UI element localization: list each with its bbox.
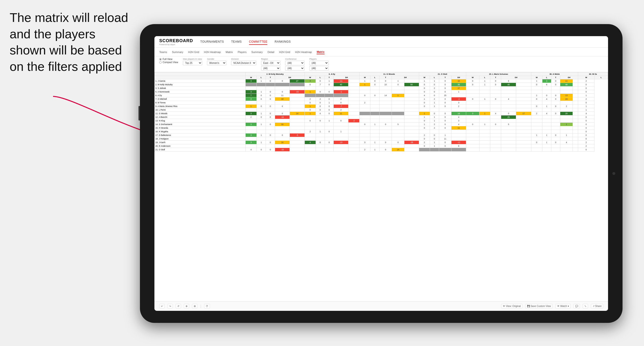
max-players-select[interactable]: Top 25 [183,61,202,65]
matrix-cell [392,137,404,141]
matrix-cell [359,86,370,90]
matrix-cell: 0 [578,126,594,130]
nav-committee[interactable]: COMMITTEE [249,39,268,45]
matrix-cell [266,144,275,148]
matrix-cell: 1 [480,83,490,86]
header-col-5: 23. L Marie Schumac [466,73,531,76]
table-row: 8. M Torres0010201030 [155,101,608,105]
matrix-cell [334,148,348,152]
matrix-cell [466,144,479,148]
redo-button[interactable]: ↪ [168,304,173,308]
matrix-cell [246,130,256,134]
region-select-2[interactable]: (All) [261,66,280,71]
sub-nav-h2h-grid-1[interactable]: H2H Grid [188,50,199,54]
conference-select[interactable]: (All) [285,61,304,65]
matrix-cell: 3 [246,123,256,126]
region-select[interactable]: East - DII (All) [261,61,280,65]
sub-nav-h2h-heatmap-2[interactable]: H2H Heatmap [295,50,312,54]
compact-view-option[interactable]: Compact View [159,61,178,64]
matrix-cell: 0 [578,137,594,141]
view-original-button[interactable]: 👁 View: Original [501,304,522,308]
matrix-cell [516,105,531,108]
sub-nav-summary-2[interactable]: Summary [252,50,263,54]
sub-nav-h2h-grid-2[interactable]: H2H Grid [279,50,290,54]
matrix-cell: 1 [542,134,551,137]
matrix-cell: 0 [266,115,275,119]
table-row: 5. A Nomrowski3100-15100-100010 [155,90,608,94]
matrix-cell: 2 [452,105,466,108]
matrix-cell: 0 [551,141,560,144]
matrix-cell [348,83,359,86]
zoom-button[interactable]: ⊕ [184,304,189,308]
matrix-cell [325,115,334,119]
gender-select[interactable]: Women's [207,61,226,65]
matrix-cell [531,148,542,152]
undo-button[interactable]: ↩ [159,304,164,308]
nav-items: TOURNAMENTS TEAMS COMMITTEE RANKINGS [200,39,291,45]
matrix-cell [466,101,479,105]
logo-area: SCOREBOARD Powered by clippd [159,38,193,45]
sub-nav-h2h-heatmap-1[interactable]: H2H Heatmap [204,50,221,54]
matrix-cell [572,148,578,152]
matrix-cell [480,86,490,90]
reset-button[interactable]: ↺ [176,304,181,308]
matrix-cell: 0 [379,123,392,126]
save-custom-button[interactable]: 💾 Save Custom View [525,304,552,308]
matrix-cell: 16 [275,141,290,144]
matrix-cell [370,119,379,123]
player-name-cell: 16. K Mcgaha [155,130,246,134]
watch-button[interactable]: 👁 Watch ▾ [556,304,571,308]
players-select[interactable]: (All) [309,61,329,65]
full-view-option[interactable]: Full View [159,58,178,60]
matrix-cell [542,101,551,105]
conference-select-2[interactable]: (All) [285,66,304,71]
sub-nav-players[interactable]: Players [238,50,246,54]
matrix-cell: 8 [452,144,466,148]
sub-nav-matrix-2[interactable]: Matrix [316,50,324,54]
layout-button[interactable]: ⊞ [192,304,197,308]
sub-nav-matrix-1[interactable]: Matrix [226,50,233,54]
matrix-cell [379,119,392,123]
players-select-2[interactable]: (All) [309,66,329,71]
comment-button[interactable]: 💬 [574,304,580,308]
matrix-cell [379,144,392,148]
matrix-cell: 1 [325,101,334,105]
compact-view-radio[interactable] [159,61,162,64]
matrix-cell: 0 [439,123,452,126]
sub-nav-summary-1[interactable]: Summary [172,50,183,54]
timer-button[interactable]: ⏱ [204,304,210,308]
matrix-cell: 1 [531,94,542,97]
matrix-cell [334,134,348,137]
matrix-cell [325,94,334,97]
matrix-cell: 0 [266,134,275,137]
player-name-cell: 20. E Andersson [155,144,246,148]
sub-nav-teams[interactable]: Teams [159,50,167,54]
matrix-cell [560,137,573,141]
matrix-cell [466,134,479,137]
matrix-content[interactable]: 2. M Kelly Mulcahy 6. A Dy 11. G Woods 2… [154,72,608,301]
nav-tournaments[interactable]: TOURNAMENTS [200,39,224,45]
matrix-cell: -2 [348,119,359,123]
nav-rankings[interactable]: RANKINGS [274,39,291,45]
matrix-cell [501,108,516,112]
matrix-cell: 1 [419,97,430,101]
wlt-l-5: L [480,76,490,79]
nav-teams[interactable]: TEAMS [231,39,242,45]
share-button[interactable]: ↗ Share [591,304,603,308]
matrix-cell [516,130,531,134]
matrix-cell [325,123,334,126]
matrix-cell [542,148,551,152]
matrix-cell: 14 [452,112,466,115]
matrix-cell [430,108,439,112]
matrix-cell: 0 [266,141,275,144]
tablet-device: SCOREBOARD Powered by clippd TOURNAMENTS… [140,24,622,323]
matrix-cell: 0 [578,86,594,90]
division-select[interactable]: NCAA Division II [231,61,256,65]
expand-button[interactable]: ⤡ [583,304,588,308]
full-view-radio[interactable] [159,58,162,60]
matrix-cell [290,83,305,86]
matrix-cell [370,86,379,90]
sub-nav-detail[interactable]: Detail [268,50,274,54]
matrix-cell: 1 [578,108,594,112]
matrix-cell [404,130,419,134]
